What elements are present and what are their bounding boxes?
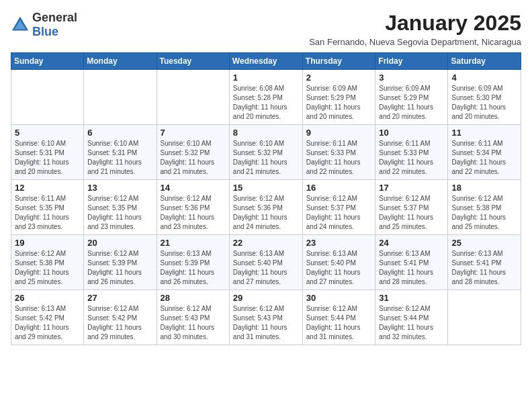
day-info: Sunrise: 6:09 AMSunset: 5:29 PMDaylight:… <box>379 84 444 122</box>
day-number: 3 <box>379 73 444 83</box>
day-info: Sunrise: 6:12 AMSunset: 5:39 PMDaylight:… <box>87 249 152 287</box>
calendar-day-30: 30Sunrise: 6:12 AMSunset: 5:44 PMDayligh… <box>302 290 375 345</box>
day-number: 22 <box>233 238 299 248</box>
calendar-day-15: 15Sunrise: 6:12 AMSunset: 5:36 PMDayligh… <box>229 180 302 235</box>
day-info: Sunrise: 6:09 AMSunset: 5:29 PMDaylight:… <box>306 84 372 122</box>
day-number: 21 <box>161 238 226 248</box>
day-number: 25 <box>451 238 517 248</box>
day-number: 24 <box>379 238 444 248</box>
day-info: Sunrise: 6:10 AMSunset: 5:32 PMDaylight:… <box>233 139 299 177</box>
calendar-day-24: 24Sunrise: 6:13 AMSunset: 5:41 PMDayligh… <box>375 235 448 290</box>
calendar-empty-cell <box>84 70 157 125</box>
day-info: Sunrise: 6:12 AMSunset: 5:36 PMDaylight:… <box>161 194 226 232</box>
logo: General Blue <box>11 11 77 39</box>
weekday-header-thursday: Thursday <box>302 53 375 70</box>
calendar-empty-cell <box>448 290 521 345</box>
page-header: General Blue January 2025 San Fernando, … <box>11 11 521 47</box>
calendar-day-11: 11Sunrise: 6:11 AMSunset: 5:34 PMDayligh… <box>448 125 521 180</box>
day-info: Sunrise: 6:12 AMSunset: 5:43 PMDaylight:… <box>233 304 299 342</box>
calendar-day-6: 6Sunrise: 6:10 AMSunset: 5:31 PMDaylight… <box>84 125 157 180</box>
day-number: 7 <box>161 128 226 138</box>
calendar-day-20: 20Sunrise: 6:12 AMSunset: 5:39 PMDayligh… <box>84 235 157 290</box>
calendar-week-5: 26Sunrise: 6:13 AMSunset: 5:42 PMDayligh… <box>11 290 521 345</box>
day-info: Sunrise: 6:12 AMSunset: 5:44 PMDaylight:… <box>306 304 372 342</box>
calendar-empty-cell <box>11 70 84 125</box>
day-number: 2 <box>306 73 372 83</box>
day-number: 23 <box>306 238 372 248</box>
day-number: 9 <box>306 128 372 138</box>
calendar-day-9: 9Sunrise: 6:11 AMSunset: 5:33 PMDaylight… <box>302 125 375 180</box>
logo-blue: Blue <box>32 25 58 38</box>
day-number: 28 <box>161 293 226 303</box>
calendar-empty-cell <box>157 70 229 125</box>
day-info: Sunrise: 6:12 AMSunset: 5:44 PMDaylight:… <box>379 304 444 342</box>
day-number: 6 <box>87 128 152 138</box>
day-info: Sunrise: 6:12 AMSunset: 5:38 PMDaylight:… <box>451 194 517 232</box>
day-number: 17 <box>379 183 444 193</box>
day-number: 4 <box>451 73 517 83</box>
calendar-day-19: 19Sunrise: 6:12 AMSunset: 5:38 PMDayligh… <box>11 235 84 290</box>
day-info: Sunrise: 6:12 AMSunset: 5:37 PMDaylight:… <box>306 194 372 232</box>
day-number: 8 <box>233 128 299 138</box>
day-info: Sunrise: 6:13 AMSunset: 5:40 PMDaylight:… <box>306 249 372 287</box>
logo-general: General <box>32 11 77 24</box>
calendar-day-18: 18Sunrise: 6:12 AMSunset: 5:38 PMDayligh… <box>448 180 521 235</box>
day-number: 12 <box>15 183 80 193</box>
calendar-week-2: 5Sunrise: 6:10 AMSunset: 5:31 PMDaylight… <box>11 125 521 180</box>
calendar-day-17: 17Sunrise: 6:12 AMSunset: 5:37 PMDayligh… <box>375 180 448 235</box>
day-info: Sunrise: 6:12 AMSunset: 5:37 PMDaylight:… <box>379 194 444 232</box>
calendar-day-28: 28Sunrise: 6:12 AMSunset: 5:43 PMDayligh… <box>157 290 229 345</box>
calendar-day-16: 16Sunrise: 6:12 AMSunset: 5:37 PMDayligh… <box>302 180 375 235</box>
calendar-week-1: 1Sunrise: 6:08 AMSunset: 5:28 PMDaylight… <box>11 70 521 125</box>
day-number: 5 <box>15 128 80 138</box>
calendar-day-12: 12Sunrise: 6:11 AMSunset: 5:35 PMDayligh… <box>11 180 84 235</box>
day-info: Sunrise: 6:12 AMSunset: 5:35 PMDaylight:… <box>87 194 152 232</box>
day-number: 1 <box>233 73 299 83</box>
calendar-day-7: 7Sunrise: 6:10 AMSunset: 5:32 PMDaylight… <box>157 125 229 180</box>
day-number: 19 <box>15 238 80 248</box>
day-number: 30 <box>306 293 372 303</box>
weekday-header-friday: Friday <box>375 53 448 70</box>
calendar-day-29: 29Sunrise: 6:12 AMSunset: 5:43 PMDayligh… <box>229 290 302 345</box>
calendar-day-5: 5Sunrise: 6:10 AMSunset: 5:31 PMDaylight… <box>11 125 84 180</box>
day-number: 27 <box>87 293 152 303</box>
weekday-header-tuesday: Tuesday <box>157 53 229 70</box>
day-info: Sunrise: 6:10 AMSunset: 5:31 PMDaylight:… <box>15 139 80 177</box>
day-info: Sunrise: 6:13 AMSunset: 5:39 PMDaylight:… <box>161 249 226 287</box>
day-number: 14 <box>161 183 226 193</box>
day-number: 29 <box>233 293 299 303</box>
day-number: 31 <box>379 293 444 303</box>
calendar-day-22: 22Sunrise: 6:13 AMSunset: 5:40 PMDayligh… <box>229 235 302 290</box>
day-number: 11 <box>451 128 517 138</box>
day-number: 18 <box>451 183 517 193</box>
day-info: Sunrise: 6:11 AMSunset: 5:34 PMDaylight:… <box>451 139 517 177</box>
calendar: SundayMondayTuesdayWednesdayThursdayFrid… <box>11 52 521 345</box>
calendar-day-4: 4Sunrise: 6:09 AMSunset: 5:30 PMDaylight… <box>448 70 521 125</box>
weekday-header-saturday: Saturday <box>448 53 521 70</box>
title-block: January 2025 San Fernando, Nueva Segovia… <box>309 11 521 47</box>
day-info: Sunrise: 6:10 AMSunset: 5:31 PMDaylight:… <box>87 139 152 177</box>
day-info: Sunrise: 6:13 AMSunset: 5:42 PMDaylight:… <box>15 304 80 342</box>
calendar-day-14: 14Sunrise: 6:12 AMSunset: 5:36 PMDayligh… <box>157 180 229 235</box>
calendar-day-1: 1Sunrise: 6:08 AMSunset: 5:28 PMDaylight… <box>229 70 302 125</box>
calendar-day-21: 21Sunrise: 6:13 AMSunset: 5:39 PMDayligh… <box>157 235 229 290</box>
weekday-header-sunday: Sunday <box>11 53 84 70</box>
day-info: Sunrise: 6:09 AMSunset: 5:30 PMDaylight:… <box>451 84 517 122</box>
calendar-day-10: 10Sunrise: 6:11 AMSunset: 5:33 PMDayligh… <box>375 125 448 180</box>
day-number: 16 <box>306 183 372 193</box>
month-title: January 2025 <box>309 11 521 36</box>
day-info: Sunrise: 6:12 AMSunset: 5:36 PMDaylight:… <box>233 194 299 232</box>
calendar-day-25: 25Sunrise: 6:13 AMSunset: 5:41 PMDayligh… <box>448 235 521 290</box>
day-info: Sunrise: 6:13 AMSunset: 5:41 PMDaylight:… <box>451 249 517 287</box>
calendar-day-27: 27Sunrise: 6:12 AMSunset: 5:42 PMDayligh… <box>84 290 157 345</box>
weekday-header-row: SundayMondayTuesdayWednesdayThursdayFrid… <box>11 53 521 70</box>
day-info: Sunrise: 6:11 AMSunset: 5:33 PMDaylight:… <box>379 139 444 177</box>
day-info: Sunrise: 6:12 AMSunset: 5:38 PMDaylight:… <box>15 249 80 287</box>
day-info: Sunrise: 6:13 AMSunset: 5:41 PMDaylight:… <box>379 249 444 287</box>
calendar-day-13: 13Sunrise: 6:12 AMSunset: 5:35 PMDayligh… <box>84 180 157 235</box>
weekday-header-monday: Monday <box>84 53 157 70</box>
day-number: 15 <box>233 183 299 193</box>
day-number: 20 <box>87 238 152 248</box>
calendar-week-3: 12Sunrise: 6:11 AMSunset: 5:35 PMDayligh… <box>11 180 521 235</box>
day-number: 13 <box>87 183 152 193</box>
